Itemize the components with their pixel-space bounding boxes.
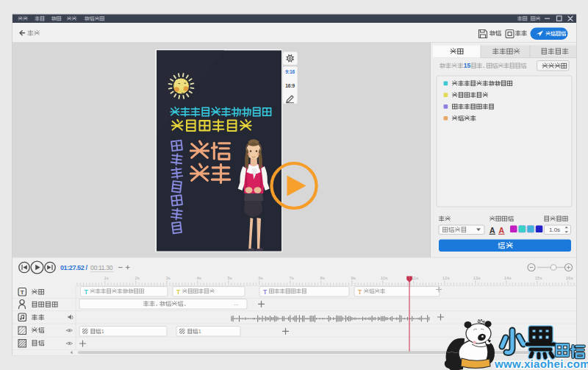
svg-text:4s: 4s	[196, 276, 201, 280]
svg-text:11s: 11s	[412, 276, 418, 280]
svg-text:00:11.30: 00:11.30	[90, 264, 113, 271]
svg-text:13s: 13s	[473, 276, 481, 280]
svg-text:7s: 7s	[289, 276, 293, 280]
svg-text:3s: 3s	[165, 276, 170, 280]
svg-text:A: A	[490, 226, 495, 235]
svg-text:T: T	[21, 289, 24, 296]
svg-text:01:27.52 /: 01:27.52 /	[60, 264, 87, 271]
svg-text:2s: 2s	[135, 276, 139, 280]
svg-text:T: T	[176, 288, 181, 296]
svg-text:9:16: 9:16	[285, 69, 295, 74]
svg-text:1: 1	[101, 329, 104, 334]
svg-text:T: T	[85, 288, 89, 296]
svg-text:8s: 8s	[320, 276, 324, 280]
svg-text:14s: 14s	[504, 276, 512, 280]
svg-text:1.0s: 1.0s	[549, 227, 560, 233]
svg-text:9s: 9s	[351, 276, 355, 280]
svg-text:15s: 15s	[535, 276, 542, 280]
svg-text:T: T	[263, 288, 268, 296]
svg-text:T: T	[358, 288, 362, 296]
svg-text:A: A	[499, 226, 505, 235]
svg-text:16:9: 16:9	[285, 83, 295, 88]
svg-text:1s: 1s	[104, 276, 108, 280]
svg-text:10s: 10s	[381, 276, 388, 280]
svg-text:12s: 12s	[442, 276, 450, 280]
svg-text:1: 1	[198, 329, 201, 334]
svg-text:5s: 5s	[227, 276, 232, 280]
svg-text:...: ...	[234, 300, 239, 307]
svg-text:6s: 6s	[258, 276, 262, 280]
svg-text:16s: 16s	[566, 276, 573, 280]
svg-text:15: 15	[464, 62, 471, 69]
svg-text:www.xiaohei.com: www.xiaohei.com	[494, 357, 588, 370]
